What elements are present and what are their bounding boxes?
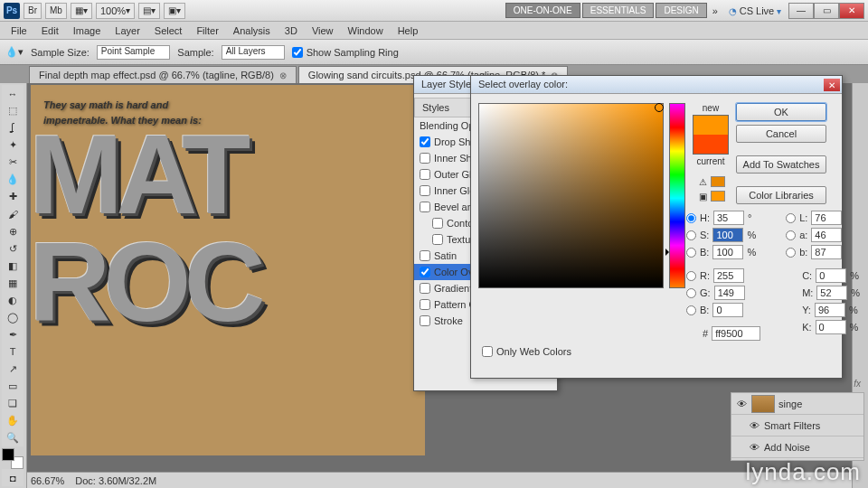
fx-badge: fx [854, 379, 861, 389]
move-tool-icon[interactable]: ↔ [2, 85, 24, 102]
cmyk-y-input[interactable]: Y:% [786, 303, 860, 317]
hue-input[interactable]: H:° [686, 211, 760, 225]
add-to-swatches-button[interactable]: Add To Swatches [736, 155, 826, 174]
cmyk-k-input[interactable]: K:% [786, 320, 860, 334]
visibility-icon[interactable]: 👁 [748, 419, 760, 432]
menu-help[interactable]: Help [391, 23, 426, 38]
gradient-tool-icon[interactable]: ▦ [2, 275, 24, 292]
layer-row[interactable]: 👁 singe [731, 393, 863, 415]
cs-live-button[interactable]: ◔ CS Live ▾ [723, 5, 787, 16]
lab-l-input[interactable]: L: [786, 211, 860, 225]
lab-a-input[interactable]: a: [786, 228, 860, 242]
shape-tool-icon[interactable]: ▭ [2, 378, 24, 395]
dodge-tool-icon[interactable]: ◯ [2, 309, 24, 326]
sample-label: Sample: [177, 47, 213, 58]
watermark: lynda.com [746, 458, 862, 486]
red-input[interactable]: R: [686, 268, 760, 283]
green-input[interactable]: G: [686, 286, 760, 300]
layer-thumbnail[interactable] [751, 395, 775, 413]
color-field[interactable] [478, 103, 664, 288]
status-bar: 66.67% Doc: 3.60M/32.2M [27, 472, 852, 488]
dialog-title[interactable]: Select overlay color: ✕ [471, 76, 842, 94]
close-tab-icon[interactable]: ⊗ [279, 70, 287, 80]
new-color-swatch[interactable] [693, 116, 728, 135]
gamut-warning-icon[interactable]: ⚠ [696, 175, 709, 188]
menu-layer[interactable]: Layer [108, 23, 147, 38]
lasso-tool-icon[interactable]: ʆ [2, 119, 24, 136]
visibility-icon[interactable]: 👁 [748, 441, 760, 454]
menubar: File Edit Image Layer Select Filter Anal… [0, 22, 868, 40]
doc-tab-1[interactable]: Final depth map effect.psd @ 66.7% (tagl… [29, 66, 297, 83]
menu-window[interactable]: Window [341, 23, 391, 38]
ok-button[interactable]: OK [736, 103, 826, 121]
visibility-icon[interactable]: 👁 [735, 398, 748, 410]
path-tool-icon[interactable]: ↗ [2, 361, 24, 378]
zoom-display[interactable]: 100% ▾ [96, 3, 135, 19]
stamp-tool-icon[interactable]: ⊕ [2, 223, 24, 240]
menu-3d[interactable]: 3D [278, 23, 305, 38]
menu-filter[interactable]: Filter [189, 23, 225, 38]
arrange-icon[interactable]: ▤▾ [138, 3, 160, 19]
workspace-essentials[interactable]: ESSENTIALS [582, 3, 655, 18]
hue-slider[interactable] [669, 103, 685, 288]
document-canvas[interactable]: They say math is hard and impenetrable. … [31, 85, 425, 455]
menu-analysis[interactable]: Analysis [226, 23, 278, 38]
hex-input[interactable]: # [686, 326, 760, 341]
quickmask-icon[interactable]: ◘ [2, 469, 24, 486]
view-grid-icon[interactable]: ▦▾ [71, 3, 92, 19]
type-tool-icon[interactable]: T [2, 343, 24, 361]
options-bar: 💧▾ Sample Size: Point Sample Sample: All… [0, 40, 868, 65]
blur-tool-icon[interactable]: ◐ [2, 292, 24, 309]
sample-layers-dropdown[interactable]: All Layers [222, 45, 285, 60]
maximize-button[interactable]: ▭ [814, 3, 839, 19]
workspace-more-icon[interactable]: » [709, 5, 722, 16]
menu-edit[interactable]: Edit [34, 23, 66, 38]
menu-image[interactable]: Image [66, 23, 108, 38]
screen-mode-icon[interactable]: ▣▾ [164, 3, 185, 19]
menu-select[interactable]: Select [147, 23, 190, 38]
cmyk-m-input[interactable]: M:% [786, 286, 860, 300]
lab-b-input[interactable]: b: [786, 245, 860, 259]
wand-tool-icon[interactable]: ✦ [2, 136, 24, 154]
foreground-background-colors[interactable] [2, 448, 24, 469]
hand-tool-icon[interactable]: ✋ [2, 412, 24, 429]
blue-input[interactable]: B: [686, 303, 760, 317]
current-color-swatch[interactable] [693, 135, 728, 154]
layer-name[interactable]: singe [778, 399, 802, 409]
bridge-icon[interactable]: Br [24, 3, 42, 19]
sample-size-dropdown[interactable]: Point Sample [97, 45, 170, 60]
only-web-colors-checkbox[interactable]: Only Web Colors [471, 341, 842, 362]
cancel-button[interactable]: Cancel [736, 125, 826, 143]
3d-text-artwork: MAT ROC [31, 121, 425, 455]
filter-add-noise-row[interactable]: 👁 Add Noise [731, 436, 863, 458]
minibridge-icon[interactable]: Mb [45, 3, 67, 19]
color-libraries-button[interactable]: Color Libraries [736, 186, 826, 204]
menu-view[interactable]: View [305, 23, 341, 38]
new-current-swatches [693, 115, 729, 155]
websafe-warning-icon[interactable]: ▣ [696, 190, 709, 202]
close-button[interactable]: ✕ [839, 3, 864, 19]
show-sampling-ring-checkbox[interactable]: Show Sampling Ring [292, 47, 399, 58]
pen-tool-icon[interactable]: ✒ [2, 326, 24, 343]
crop-tool-icon[interactable]: ✂ [2, 154, 24, 171]
marquee-tool-icon[interactable]: ⬚ [2, 102, 24, 119]
menu-file[interactable]: File [4, 23, 34, 38]
zoom-tool-icon[interactable]: 🔍 [2, 429, 24, 446]
healing-tool-icon[interactable]: ✚ [2, 188, 24, 205]
eyedropper-tool-icon[interactable]: 💧 [2, 171, 24, 188]
eraser-tool-icon[interactable]: ◧ [2, 258, 24, 275]
sat-input[interactable]: S:% [686, 228, 760, 242]
gamut-swatch[interactable] [711, 176, 725, 187]
zoom-readout[interactable]: 66.67% [31, 475, 64, 486]
workspace-design[interactable]: DESIGN [656, 3, 706, 18]
workspace-one-on-one[interactable]: ONE-ON-ONE [505, 3, 580, 18]
websafe-swatch[interactable] [711, 191, 725, 202]
brush-tool-icon[interactable]: 🖌 [2, 205, 24, 222]
close-button[interactable]: ✕ [824, 79, 840, 91]
bri-input[interactable]: B:% [686, 245, 760, 259]
3d-tool-icon[interactable]: ❏ [2, 395, 24, 412]
cmyk-c-input[interactable]: C:% [786, 268, 860, 283]
history-brush-icon[interactable]: ↺ [2, 240, 24, 258]
smart-filters-row[interactable]: 👁 Smart Filters [731, 415, 863, 436]
minimize-button[interactable]: ― [788, 3, 814, 19]
